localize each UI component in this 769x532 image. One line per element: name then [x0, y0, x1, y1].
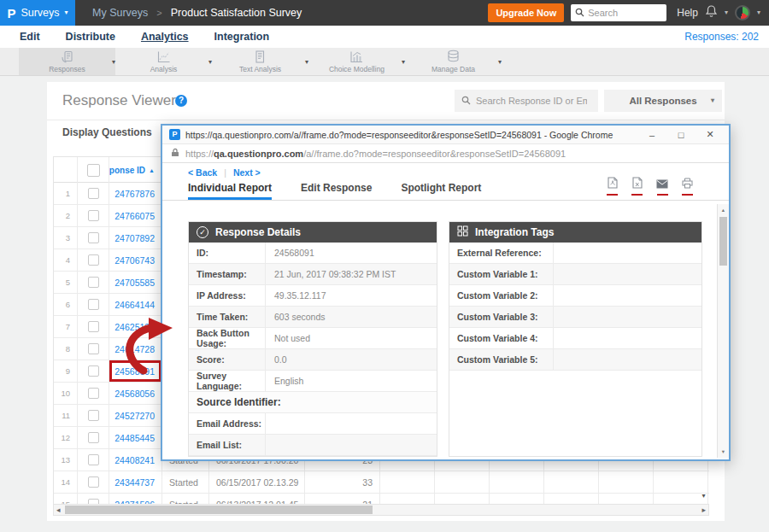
scroll-right-icon[interactable]: ▸ — [701, 505, 706, 515]
maximize-button[interactable]: □ — [669, 130, 693, 140]
chevron-down-icon[interactable]: ▾ — [757, 9, 760, 16]
row-number: 5 — [54, 272, 78, 293]
chevron-down-icon: ▾ — [65, 9, 68, 16]
response-search-input[interactable] — [476, 96, 587, 106]
table-header-cell[interactable]: Response ID ▲ — [109, 157, 162, 183]
export-pdf-button[interactable] — [607, 177, 618, 196]
responses-filter-dropdown[interactable]: All Responses ▾ — [604, 90, 722, 112]
response-id-link[interactable]: 24568056 — [109, 383, 162, 404]
minimize-button[interactable]: – — [640, 130, 664, 140]
response-id-link[interactable]: 24706743 — [109, 249, 162, 271]
close-button[interactable]: ✕ — [698, 129, 722, 140]
global-search-box[interactable] — [571, 4, 666, 21]
detail-row: Custom Variable 3: — [449, 307, 701, 328]
response-id-link[interactable]: 24527270 — [109, 405, 162, 426]
row-checkbox[interactable] — [88, 232, 99, 243]
integration-tags-icon — [457, 225, 468, 239]
print-button[interactable] — [682, 177, 693, 196]
row-checkbox[interactable] — [88, 432, 99, 443]
table-scroll-down-icon[interactable]: ▾ — [698, 490, 709, 501]
row-checkbox[interactable] — [88, 321, 99, 332]
scroll-up-icon[interactable]: ▴ — [718, 207, 729, 213]
responses-count: Responses: 202 — [684, 31, 769, 43]
table-header-cell[interactable]: ▲ — [78, 157, 109, 183]
search-icon — [575, 5, 584, 20]
nav-item[interactable]: Integration — [202, 31, 283, 43]
row-checkbox[interactable] — [88, 343, 99, 354]
next-link[interactable]: Next > — [233, 167, 261, 178]
response-id-link[interactable]: 24344737 — [109, 471, 162, 493]
detail-row: Email List: — [189, 435, 437, 456]
row-checkbox[interactable] — [88, 365, 99, 377]
row-checkbox[interactable] — [88, 388, 99, 399]
back-link[interactable]: < Back — [188, 167, 217, 178]
scroll-down-icon[interactable]: ▾ — [718, 448, 729, 455]
table-row[interactable]: 15 24271506 Started 06/13/2017 12.01.45 … — [54, 494, 709, 504]
response-id-link[interactable]: 24767876 — [109, 183, 162, 204]
export-actions — [607, 177, 693, 196]
chevron-down-icon: ▾ — [711, 97, 714, 104]
export-excel-button[interactable] — [631, 177, 643, 196]
toolbar-group[interactable]: Responses ▾ — [19, 48, 115, 75]
toolbar-group[interactable]: Manage Data ▾ — [405, 48, 502, 75]
table-header-cell[interactable]: ▲ — [54, 157, 78, 183]
panel-title: Integration Tags — [475, 226, 554, 238]
response-id-link[interactable]: 24568091 — [109, 360, 162, 382]
nav-item[interactable]: Analytics — [128, 31, 202, 43]
notifications-bell-icon[interactable] — [705, 4, 718, 21]
response-id-link[interactable]: 24664144 — [109, 294, 162, 315]
breadcrumb-my-surveys[interactable]: My Surveys — [92, 7, 148, 19]
email-button[interactable] — [656, 177, 668, 196]
lock-icon — [171, 148, 179, 159]
toolbar-group[interactable]: Text Analysis ▾ — [212, 48, 308, 75]
toolbar-group[interactable]: Choice Modelling ▾ — [308, 48, 405, 75]
help-link[interactable]: Help — [677, 7, 698, 19]
response-id-link[interactable]: 24408241 — [109, 449, 162, 471]
popup-tab[interactable]: Spotlight Report — [401, 182, 481, 200]
response-id-link[interactable]: 24271506 — [109, 494, 162, 504]
response-id-link[interactable]: 24707892 — [109, 227, 162, 248]
report-panels: ✓ Response Details ID: 24568091 Timestam… — [188, 221, 729, 457]
row-checkbox[interactable] — [88, 277, 99, 288]
row-checkbox[interactable] — [88, 254, 99, 266]
table-row[interactable]: 14 24344737 Started 06/15/2017 02.13.29 … — [54, 471, 709, 494]
row-checkbox[interactable] — [88, 299, 99, 310]
nav-item[interactable]: Edit — [7, 31, 53, 43]
app-logo-menu[interactable]: P Surveys ▾ — [0, 0, 75, 26]
address-bar[interactable]: https://qa.questionpro.com/a//frame.do?m… — [162, 144, 729, 163]
chevron-down-icon[interactable]: ▾ — [725, 9, 728, 16]
response-id-link[interactable]: 24625131 — [109, 316, 162, 337]
row-number: 11 — [54, 405, 78, 426]
help-icon[interactable]: ? — [175, 95, 187, 107]
scroll-left-icon[interactable]: ◂ — [56, 505, 61, 515]
popup-tab[interactable]: Edit Response — [301, 182, 372, 200]
value-cell: 33 — [305, 471, 380, 493]
breadcrumb: My Surveys > Product Satisfaction Survey — [92, 7, 302, 19]
scrollbar-thumb[interactable] — [719, 217, 727, 266]
row-checkbox[interactable] — [88, 476, 99, 488]
upgrade-now-button[interactable]: Upgrade Now — [488, 3, 564, 22]
chevron-down-icon[interactable]: ▾ — [498, 58, 502, 66]
popup-vertical-scrollbar[interactable]: ▴ ▾ — [717, 204, 729, 458]
row-number: 3 — [54, 227, 78, 248]
toolbar-group[interactable]: Analysis ▾ — [115, 48, 212, 75]
response-search-box[interactable] — [455, 90, 598, 112]
table-horizontal-scrollbar[interactable]: ◂ ▸ — [53, 504, 709, 516]
response-id-link[interactable]: 24705585 — [109, 272, 162, 293]
row-checkbox[interactable] — [88, 410, 99, 421]
window-titlebar[interactable]: P https://qa.questionpro.com/a//frame.do… — [162, 126, 729, 144]
user-avatar[interactable] — [735, 5, 750, 20]
response-id-link[interactable]: 24766075 — [109, 205, 162, 226]
response-id-link[interactable]: 24485445 — [109, 427, 162, 448]
global-search-input[interactable] — [588, 8, 658, 18]
timestamp-cell: 06/13/2017 12.01.45 — [209, 494, 305, 504]
row-checkbox[interactable] — [88, 454, 99, 465]
survey-nav-items: Edit Distribute Analytics Integration — [0, 31, 282, 43]
page-title: Response Viewer — [62, 92, 176, 109]
row-checkbox[interactable] — [88, 210, 99, 221]
response-id-link[interactable]: 24614728 — [109, 338, 162, 360]
popup-tab[interactable]: Individual Report — [188, 182, 272, 200]
row-checkbox[interactable] — [88, 188, 99, 199]
nav-item[interactable]: Distribute — [53, 31, 128, 43]
scrollbar-thumb[interactable] — [65, 506, 373, 514]
